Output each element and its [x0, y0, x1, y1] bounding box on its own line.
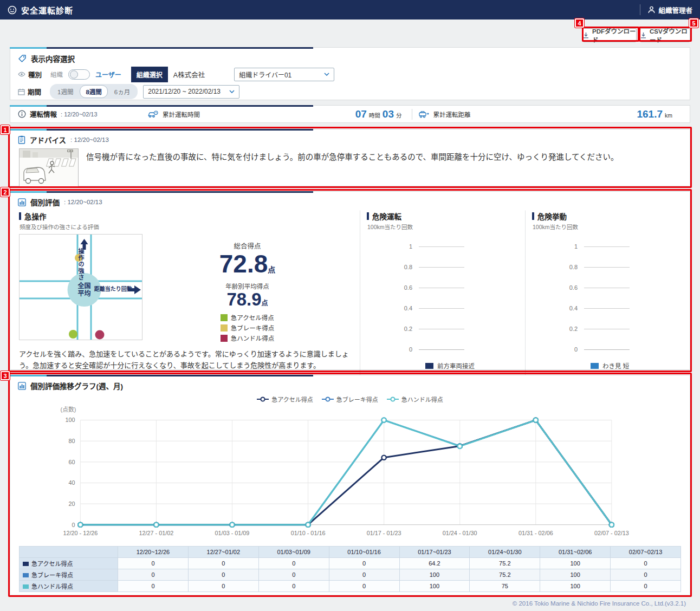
pdf-download-label: PDFダウンロード	[592, 27, 636, 44]
scatter-dot-急ハンドル	[95, 330, 105, 340]
table-value-cell: 0	[118, 569, 189, 581]
clipboard-icon	[18, 135, 25, 144]
legend-swatch	[221, 314, 228, 321]
scatter-dot-急アクセル	[69, 330, 77, 339]
drive-info-title: 運転情報	[30, 109, 57, 119]
csv-download-button[interactable]: CSVダウンロード	[640, 28, 690, 42]
table-value-cell: 75	[470, 581, 540, 592]
table-value-cell: 64.2	[399, 558, 470, 569]
svg-text:80: 80	[68, 438, 75, 444]
axis-tick-label: 0.8	[532, 264, 584, 270]
toggle-right-label[interactable]: ユーザー	[95, 70, 121, 79]
user-menu[interactable]: 組織管理者	[640, 4, 692, 15]
drive-info-date: : 12/20~02/13	[61, 111, 98, 118]
axis-tick-row: 0.2	[532, 318, 685, 339]
table-value-cell: 100	[399, 569, 470, 581]
table-column-header: 02/07~02/13	[611, 547, 681, 558]
bar-chart-icon	[18, 382, 26, 390]
trend-point	[382, 456, 386, 460]
axis-gridline	[419, 246, 464, 247]
legend-swatch	[425, 363, 433, 369]
axis-tick-label: 1	[532, 243, 584, 250]
svg-text:0: 0	[72, 522, 75, 528]
table-value-cell: 75.2	[470, 558, 540, 569]
drive-info-card: 運転情報 : 12/20~02/13 累計運転時間 07 時間 03 分 累計運…	[10, 105, 690, 123]
axis-gridline	[419, 288, 464, 288]
legend-item: 急アクセル得点	[221, 313, 275, 323]
axis-tick-row: 0.8	[367, 257, 521, 277]
trend-legend-label: 急ハンドル得点	[401, 395, 443, 404]
evaluation-title: 個別評価	[30, 197, 60, 207]
axis-tick-row: 0.4	[367, 298, 521, 318]
axis-tick-label: 0.4	[532, 305, 584, 311]
dangerous-driving-title: 危険運転	[372, 211, 401, 222]
legend-label: 急ブレーキ得点	[231, 323, 275, 332]
table-value-cell: 0	[258, 558, 329, 569]
operation-description: アクセルを強く踏み、急加速をしていることがあるようです。常にゆっくり加速するよう…	[19, 348, 352, 372]
toggle-left-label[interactable]: 組織	[50, 70, 63, 79]
table-row-label: 急ハンドル得点	[20, 581, 118, 592]
table-value-cell: 0	[188, 569, 258, 581]
pdf-download-button[interactable]: PDFダウンロード	[582, 28, 637, 42]
advice-illustration	[19, 148, 79, 187]
axis-tick-row: 1	[367, 236, 521, 257]
axis-tick-row: 0.4	[532, 298, 685, 318]
axis-tick-row: 0.6	[367, 277, 521, 298]
download-icon	[583, 32, 589, 38]
axis-gridline	[584, 329, 630, 329]
driver-select[interactable]: 組織ドライバー01	[234, 68, 334, 81]
table-value-cell: 100	[540, 569, 611, 581]
axis-gridline	[419, 308, 464, 309]
legend-label: 前方車両接近	[437, 361, 475, 370]
user-icon	[648, 6, 655, 14]
date-range-select[interactable]: 2021/12/20 ~ 2022/02/13	[143, 85, 239, 99]
total-time-value: 07 時間 03 分	[355, 108, 402, 120]
svg-text:01/31 - 02/06: 01/31 - 02/06	[518, 530, 553, 536]
total-time-label: 累計運転時間	[163, 110, 200, 119]
filter-card: 表示内容選択 種別 組織 ユーザー 組織選択 A株式会社 組織ドライバー01 期…	[10, 47, 690, 100]
svg-text:40: 40	[68, 479, 75, 486]
advice-card: アドバイス : 12/20~02/13	[10, 129, 690, 186]
legend-item: 急ブレーキ得点	[221, 323, 275, 333]
line-marker-icon	[387, 396, 399, 402]
org-select-button[interactable]: 組織選択	[131, 67, 168, 82]
period-pill-8週間[interactable]: 8週間	[80, 85, 107, 98]
type-label-group: 種別	[18, 69, 42, 80]
driver-select-value: 組織ドライバー01	[239, 70, 291, 79]
trend-point	[458, 444, 462, 448]
axis-gridline	[584, 267, 630, 268]
table-value-cell: 100	[540, 558, 611, 569]
smiley-icon	[8, 5, 17, 15]
car-time-icon	[148, 110, 158, 118]
toggle-knob	[70, 70, 78, 79]
annotation-badge-3: 3	[1, 371, 10, 380]
trend-legend-item: 急ハンドル得点	[387, 394, 443, 404]
table-value-cell: 0	[188, 581, 258, 592]
legend-swatch	[23, 584, 29, 589]
total-distance-label: 累計運転距離	[433, 110, 471, 119]
svg-text:12/20 - 12/26: 12/20 - 12/26	[63, 530, 98, 536]
app-brand: 安全運転診断	[8, 4, 73, 16]
table-value-cell: 0	[611, 581, 681, 592]
download-icon	[640, 32, 646, 38]
table-column-header: 01/17~01/23	[399, 547, 470, 558]
axis-gridline	[419, 329, 464, 329]
evaluation-card: 個別評価 : 12/20~02/13 急操作 頻度及び操作の強さによる評価 全国	[10, 191, 690, 370]
advice-title: アドバイス	[30, 134, 66, 145]
svg-text:01/10 - 01/16: 01/10 - 01/16	[291, 530, 326, 536]
table-column-header: 01/31~02/06	[540, 547, 611, 558]
period-pill-6ヵ月[interactable]: 6ヵ月	[109, 86, 135, 98]
table-value-cell: 0	[258, 581, 329, 592]
average-score-value: 78.9点	[142, 290, 352, 309]
trend-legend-label: 急ブレーキ得点	[336, 395, 378, 404]
type-toggle[interactable]	[68, 69, 90, 80]
bar-chart-icon	[18, 198, 26, 206]
svg-text:01/03 - 01/09: 01/03 - 01/09	[215, 530, 250, 536]
total-score-value: 72.8点	[142, 251, 352, 277]
calendar-icon	[18, 88, 25, 95]
trend-line-急ハンドル得点	[80, 420, 612, 525]
date-range-value: 2021/12/20 ~ 2022/02/13	[148, 88, 221, 95]
period-pill-1週間[interactable]: 1週間	[52, 86, 79, 98]
axis-gridline	[584, 308, 630, 309]
table-column-header: 01/10~01/16	[329, 547, 399, 558]
